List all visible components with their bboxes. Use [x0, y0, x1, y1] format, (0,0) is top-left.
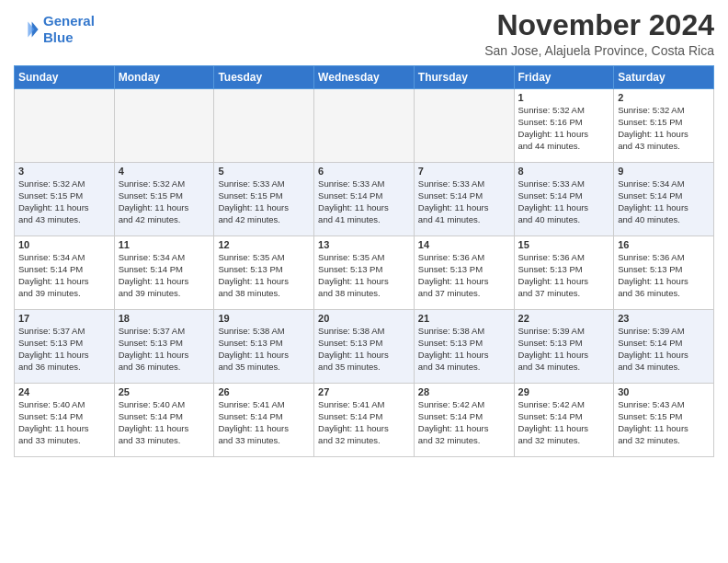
month-title: November 2024	[484, 9, 714, 41]
calendar-header: SundayMondayTuesdayWednesdayThursdayFrid…	[15, 66, 714, 89]
day-number: 16	[618, 239, 710, 250]
day-info: Sunrise: 5:34 AM Sunset: 5:14 PM Dayligh…	[119, 252, 210, 299]
calendar-cell	[214, 89, 314, 163]
day-info: Sunrise: 5:32 AM Sunset: 5:15 PM Dayligh…	[119, 178, 210, 225]
weekday-header: Wednesday	[314, 66, 415, 89]
day-number: 10	[18, 239, 110, 250]
day-info: Sunrise: 5:38 AM Sunset: 5:13 PM Dayligh…	[218, 326, 310, 373]
calendar-cell: 3Sunrise: 5:32 AM Sunset: 5:15 PM Daylig…	[15, 163, 115, 236]
logo-blue-word: Blue	[43, 29, 74, 45]
day-number: 1	[518, 92, 610, 103]
day-info: Sunrise: 5:39 AM Sunset: 5:14 PM Dayligh…	[618, 326, 710, 373]
day-info: Sunrise: 5:33 AM Sunset: 5:14 PM Dayligh…	[418, 178, 510, 225]
calendar-cell	[414, 89, 514, 163]
day-info: Sunrise: 5:37 AM Sunset: 5:13 PM Dayligh…	[18, 326, 110, 373]
calendar-week-row: 3Sunrise: 5:32 AM Sunset: 5:15 PM Daylig…	[15, 163, 714, 236]
weekday-header: Tuesday	[214, 66, 314, 89]
day-info: Sunrise: 5:34 AM Sunset: 5:14 PM Dayligh…	[618, 178, 710, 225]
day-number: 4	[119, 166, 210, 177]
day-number: 2	[618, 92, 710, 103]
day-info: Sunrise: 5:35 AM Sunset: 5:13 PM Dayligh…	[218, 252, 310, 299]
calendar-cell: 28Sunrise: 5:42 AM Sunset: 5:14 PM Dayli…	[414, 384, 514, 457]
day-info: Sunrise: 5:42 AM Sunset: 5:14 PM Dayligh…	[518, 399, 610, 446]
day-number: 15	[518, 239, 610, 250]
calendar-cell	[114, 89, 214, 163]
logo: General Blue	[14, 13, 95, 46]
calendar-cell: 8Sunrise: 5:33 AM Sunset: 5:14 PM Daylig…	[514, 163, 614, 236]
logo-text: General Blue	[43, 13, 95, 46]
day-number: 13	[318, 239, 410, 250]
day-info: Sunrise: 5:36 AM Sunset: 5:13 PM Dayligh…	[618, 252, 710, 299]
day-info: Sunrise: 5:43 AM Sunset: 5:15 PM Dayligh…	[618, 399, 710, 446]
location: San Jose, Alajuela Province, Costa Rica	[484, 43, 714, 58]
calendar-week-row: 10Sunrise: 5:34 AM Sunset: 5:14 PM Dayli…	[15, 236, 714, 310]
calendar-cell: 1Sunrise: 5:32 AM Sunset: 5:16 PM Daylig…	[514, 89, 614, 163]
calendar-cell: 11Sunrise: 5:34 AM Sunset: 5:14 PM Dayli…	[114, 236, 214, 310]
calendar-cell: 26Sunrise: 5:41 AM Sunset: 5:14 PM Dayli…	[214, 384, 314, 457]
day-info: Sunrise: 5:41 AM Sunset: 5:14 PM Dayligh…	[218, 399, 310, 446]
day-info: Sunrise: 5:33 AM Sunset: 5:15 PM Dayligh…	[218, 178, 310, 225]
day-number: 3	[18, 166, 110, 177]
day-number: 26	[218, 386, 310, 397]
day-number: 24	[18, 386, 110, 397]
day-number: 18	[119, 313, 210, 324]
day-info: Sunrise: 5:40 AM Sunset: 5:14 PM Dayligh…	[119, 399, 210, 446]
title-block: November 2024 San Jose, Alajuela Provinc…	[484, 9, 714, 58]
calendar-cell: 22Sunrise: 5:39 AM Sunset: 5:13 PM Dayli…	[514, 310, 614, 384]
day-number: 12	[218, 239, 310, 250]
calendar-cell: 27Sunrise: 5:41 AM Sunset: 5:14 PM Dayli…	[314, 384, 415, 457]
weekday-header: Friday	[514, 66, 614, 89]
calendar-cell: 5Sunrise: 5:33 AM Sunset: 5:15 PM Daylig…	[214, 163, 314, 236]
day-info: Sunrise: 5:33 AM Sunset: 5:14 PM Dayligh…	[318, 178, 410, 225]
header: General Blue November 2024 San Jose, Ala…	[14, 9, 714, 58]
weekday-header: Monday	[114, 66, 214, 89]
calendar-cell: 23Sunrise: 5:39 AM Sunset: 5:14 PM Dayli…	[614, 310, 714, 384]
calendar-cell: 25Sunrise: 5:40 AM Sunset: 5:14 PM Dayli…	[114, 384, 214, 457]
weekday-header: Sunday	[15, 66, 115, 89]
calendar-cell: 7Sunrise: 5:33 AM Sunset: 5:14 PM Daylig…	[414, 163, 514, 236]
day-info: Sunrise: 5:36 AM Sunset: 5:13 PM Dayligh…	[418, 252, 510, 299]
day-number: 28	[418, 386, 510, 397]
calendar-cell: 9Sunrise: 5:34 AM Sunset: 5:14 PM Daylig…	[614, 163, 714, 236]
day-info: Sunrise: 5:37 AM Sunset: 5:13 PM Dayligh…	[119, 326, 210, 373]
calendar-cell: 10Sunrise: 5:34 AM Sunset: 5:14 PM Dayli…	[15, 236, 115, 310]
day-info: Sunrise: 5:42 AM Sunset: 5:14 PM Dayligh…	[418, 399, 510, 446]
day-info: Sunrise: 5:34 AM Sunset: 5:14 PM Dayligh…	[18, 252, 110, 299]
day-info: Sunrise: 5:32 AM Sunset: 5:15 PM Dayligh…	[18, 178, 110, 225]
day-number: 27	[318, 386, 410, 397]
day-number: 23	[618, 313, 710, 324]
calendar-cell	[15, 89, 115, 163]
day-number: 20	[318, 313, 410, 324]
day-number: 25	[119, 386, 210, 397]
day-number: 7	[418, 166, 510, 177]
logo-icon	[14, 17, 40, 42]
day-number: 5	[218, 166, 310, 177]
calendar-cell: 2Sunrise: 5:32 AM Sunset: 5:15 PM Daylig…	[614, 89, 714, 163]
calendar-cell: 4Sunrise: 5:32 AM Sunset: 5:15 PM Daylig…	[114, 163, 214, 236]
day-number: 22	[518, 313, 610, 324]
day-info: Sunrise: 5:38 AM Sunset: 5:13 PM Dayligh…	[418, 326, 510, 373]
day-number: 17	[18, 313, 110, 324]
day-number: 14	[418, 239, 510, 250]
weekday-header: Thursday	[414, 66, 514, 89]
calendar-week-row: 17Sunrise: 5:37 AM Sunset: 5:13 PM Dayli…	[15, 310, 714, 384]
calendar-table: SundayMondayTuesdayWednesdayThursdayFrid…	[14, 65, 714, 457]
day-number: 6	[318, 166, 410, 177]
day-info: Sunrise: 5:36 AM Sunset: 5:13 PM Dayligh…	[518, 252, 610, 299]
calendar-cell: 16Sunrise: 5:36 AM Sunset: 5:13 PM Dayli…	[614, 236, 714, 310]
day-number: 8	[518, 166, 610, 177]
day-number: 21	[418, 313, 510, 324]
day-number: 30	[618, 386, 710, 397]
day-info: Sunrise: 5:32 AM Sunset: 5:16 PM Dayligh…	[518, 105, 610, 152]
calendar-cell: 30Sunrise: 5:43 AM Sunset: 5:15 PM Dayli…	[614, 384, 714, 457]
logo-general: General	[43, 13, 95, 29]
day-number: 11	[119, 239, 210, 250]
calendar-cell: 12Sunrise: 5:35 AM Sunset: 5:13 PM Dayli…	[214, 236, 314, 310]
day-info: Sunrise: 5:33 AM Sunset: 5:14 PM Dayligh…	[518, 178, 610, 225]
calendar-cell: 19Sunrise: 5:38 AM Sunset: 5:13 PM Dayli…	[214, 310, 314, 384]
calendar-cell: 20Sunrise: 5:38 AM Sunset: 5:13 PM Dayli…	[314, 310, 415, 384]
calendar-cell: 13Sunrise: 5:35 AM Sunset: 5:13 PM Dayli…	[314, 236, 415, 310]
day-info: Sunrise: 5:39 AM Sunset: 5:13 PM Dayligh…	[518, 326, 610, 373]
day-info: Sunrise: 5:32 AM Sunset: 5:15 PM Dayligh…	[618, 105, 710, 152]
calendar-cell: 17Sunrise: 5:37 AM Sunset: 5:13 PM Dayli…	[15, 310, 115, 384]
